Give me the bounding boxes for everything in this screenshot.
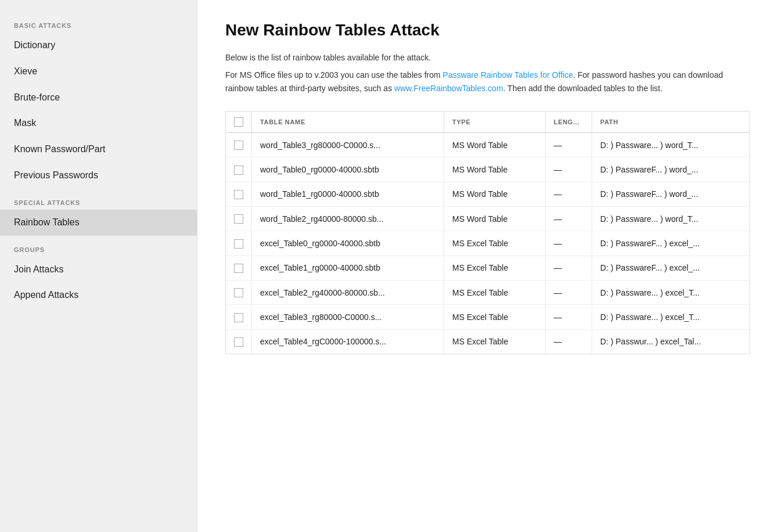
cell-length-5: —	[545, 256, 592, 280]
sidebar-item-append-attacks[interactable]: Append Attacks	[0, 282, 197, 308]
cell-type-7: MS Excel Table	[444, 305, 546, 329]
cell-length-8: —	[545, 329, 592, 354]
description-1: Below is the list of rainbow tables avai…	[225, 51, 750, 64]
cell-name-1: word_Table0_rg0000-40000.sbtb	[252, 157, 444, 182]
sidebar-item-xieve[interactable]: Xieve	[0, 59, 197, 85]
cell-type-6: MS Excel Table	[444, 280, 546, 304]
row-checkbox-4[interactable]	[234, 239, 243, 249]
sidebar-item-brute-force[interactable]: Brute-force	[0, 85, 197, 111]
cell-path-7: D: ) Passware... ) excel_T...	[592, 305, 750, 329]
table-row: excel_Table0_rg0000-40000.sbtbMS Excel T…	[226, 231, 750, 256]
description-2: For MS Office files up to v.2003 you can…	[225, 69, 750, 95]
table-row: word_Table1_rg0000-40000.sbtbMS Word Tab…	[226, 182, 750, 206]
header-checkbox-col	[226, 112, 252, 133]
cell-length-7: —	[545, 305, 592, 329]
cell-length-2: —	[545, 182, 592, 206]
row-checkbox-6[interactable]	[234, 288, 243, 297]
cell-length-1: —	[545, 157, 592, 182]
special-attacks-label: SPECIAL ATTACKS	[0, 189, 197, 210]
cell-type-4: MS Excel Table	[444, 231, 546, 256]
cell-name-2: word_Table1_rg0000-40000.sbtb	[252, 182, 444, 206]
cell-path-3: D: ) Passware... ) word_T...	[592, 207, 750, 231]
cell-name-6: excel_Table2_rg40000-80000.sb...	[252, 280, 444, 304]
cell-type-5: MS Excel Table	[444, 256, 546, 280]
cell-length-0: —	[545, 133, 592, 157]
header-path: PATH	[592, 112, 750, 133]
sidebar-item-known-password[interactable]: Known Password/Part	[0, 136, 197, 163]
row-checkbox-3[interactable]	[234, 214, 243, 224]
table-row: word_Table2_rg40000-80000.sb...MS Word T…	[226, 207, 750, 231]
cell-type-1: MS Word Table	[444, 157, 546, 182]
table-row: excel_Table2_rg40000-80000.sb...MS Excel…	[226, 280, 750, 304]
groups-label: GROUPS	[0, 236, 197, 257]
row-checkbox-7[interactable]	[234, 313, 243, 322]
cell-name-7: excel_Table3_rg80000-C0000.s...	[252, 305, 444, 329]
cell-name-5: excel_Table1_rg0000-40000.sbtb	[252, 256, 444, 280]
sidebar-item-join-attacks[interactable]: Join Attacks	[0, 257, 197, 283]
cell-name-3: word_Table2_rg40000-80000.sb...	[252, 207, 444, 231]
cell-path-2: D: ) PasswareF... ) word_...	[592, 182, 750, 206]
cell-name-0: word_Table3_rg80000-C0000.s...	[252, 133, 444, 157]
table-row: excel_Table4_rgC0000-100000.s...MS Excel…	[226, 329, 750, 354]
main-content: New Rainbow Tables Attack Below is the l…	[197, 0, 778, 532]
header-type: TYPE	[444, 112, 546, 133]
table-row: word_Table3_rg80000-C0000.s...MS Word Ta…	[226, 133, 750, 157]
row-checkbox-0[interactable]	[234, 141, 243, 150]
sidebar-item-previous-passwords[interactable]: Previous Passwords	[0, 163, 197, 189]
cell-path-0: D: ) Passware... ) word_T...	[592, 133, 750, 157]
cell-type-8: MS Excel Table	[444, 329, 546, 354]
sidebar-item-dictionary[interactable]: Dictionary	[0, 33, 197, 59]
header-length: LENG...	[545, 112, 592, 133]
cell-type-0: MS Word Table	[444, 133, 546, 157]
sidebar: BASIC ATTACKS DictionaryXieveBrute-force…	[0, 0, 197, 532]
cell-path-8: D: ) Passwur... ) excel_Tal...	[592, 329, 750, 354]
header-table-name: TABLE NAME	[252, 112, 444, 133]
page-title: New Rainbow Tables Attack	[225, 21, 750, 39]
cell-length-6: —	[545, 280, 592, 304]
header-checkbox[interactable]	[234, 117, 243, 127]
sidebar-item-mask[interactable]: Mask	[0, 110, 197, 136]
rainbow-tables-table: TABLE NAME TYPE LENG... PATH word_Table3…	[225, 111, 750, 354]
cell-name-4: excel_Table0_rg0000-40000.sbtb	[252, 231, 444, 256]
cell-length-3: —	[545, 207, 592, 231]
row-checkbox-8[interactable]	[234, 337, 243, 347]
cell-type-3: MS Word Table	[444, 207, 546, 231]
cell-path-6: D: ) Passware... ) excel_T...	[592, 280, 750, 304]
sidebar-item-rainbow-tables[interactable]: Rainbow Tables	[0, 210, 197, 236]
basic-attacks-label: BASIC ATTACKS	[0, 12, 197, 33]
desc2-before: For MS Office files up to v.2003 you can…	[225, 70, 443, 80]
cell-type-2: MS Word Table	[444, 182, 546, 206]
cell-path-5: D: ) PasswareF... ) excel_...	[592, 256, 750, 280]
desc2-after: . Then add the downloaded tables to the …	[503, 84, 663, 93]
cell-path-1: D: ) PasswareF... ) word_...	[592, 157, 750, 182]
table-row: excel_Table1_rg0000-40000.sbtbMS Excel T…	[226, 256, 750, 280]
table-row: excel_Table3_rg80000-C0000.s...MS Excel …	[226, 305, 750, 329]
cell-name-8: excel_Table4_rgC0000-100000.s...	[252, 329, 444, 354]
row-checkbox-1[interactable]	[234, 166, 243, 175]
passware-link[interactable]: Passware Rainbow Tables for Office	[443, 70, 573, 80]
cell-length-4: —	[545, 231, 592, 256]
tables-list: TABLE NAME TYPE LENG... PATH word_Table3…	[226, 112, 750, 354]
row-checkbox-2[interactable]	[234, 190, 243, 199]
row-checkbox-5[interactable]	[234, 264, 243, 273]
cell-path-4: D: ) PasswareF... ) excel_...	[592, 231, 750, 256]
table-row: word_Table0_rg0000-40000.sbtbMS Word Tab…	[226, 157, 750, 182]
freerainbow-link[interactable]: www.FreeRainbowTables.com	[394, 84, 503, 93]
